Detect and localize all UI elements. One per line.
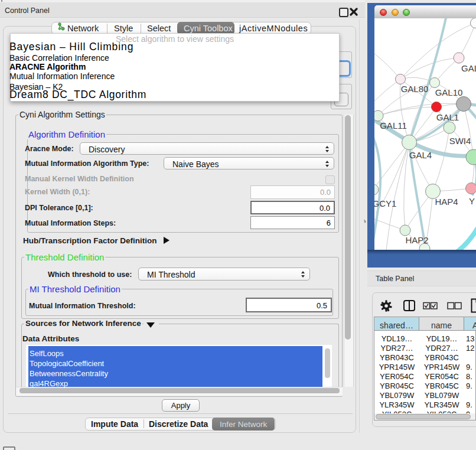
svg-text:SWI4: SWI4 [449,136,471,146]
svg-text:GAL80: GAL80 [401,84,429,94]
svg-text:HAP2: HAP2 [405,235,428,245]
svg-text:GAL10: GAL10 [435,87,463,97]
svg-text:GAL1: GAL1 [436,112,459,122]
svg-text:GAL4: GAL4 [409,150,432,160]
svg-text:GAL2: GAL2 [461,63,476,73]
svg-text:GCY1: GCY1 [374,198,396,208]
svg-text:Y: Y [469,196,475,206]
svg-text:HAP4: HAP4 [435,197,458,207]
svg-text:GAL11: GAL11 [380,120,407,131]
